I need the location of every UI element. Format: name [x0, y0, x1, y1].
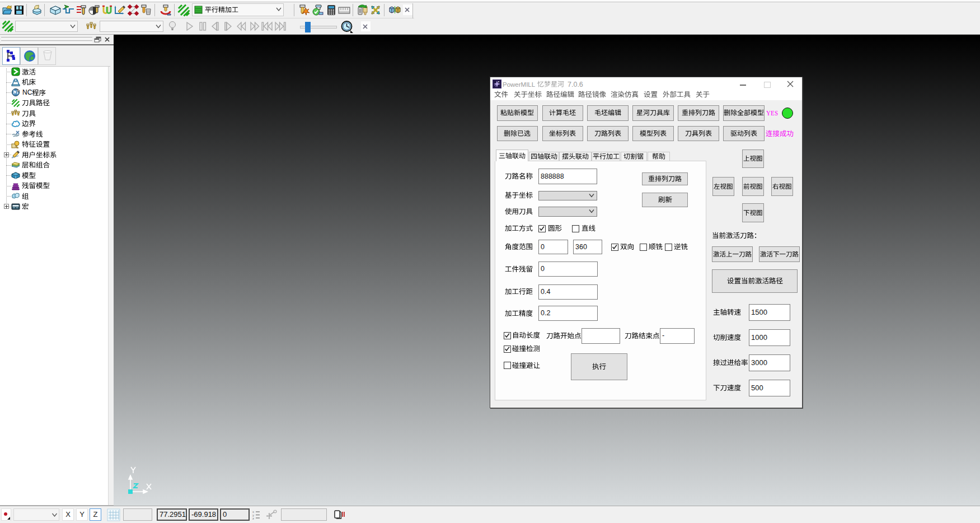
- svg-text:z: z: [252, 517, 254, 520]
